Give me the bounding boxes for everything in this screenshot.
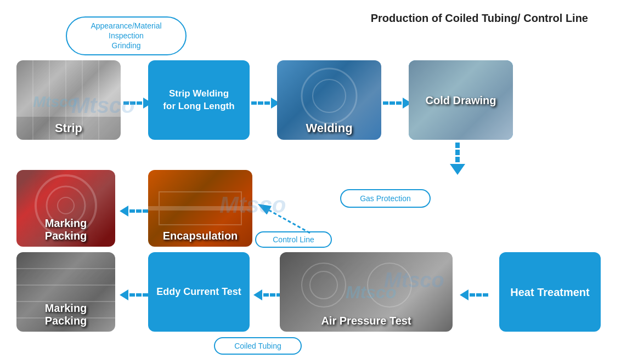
arrow-eddy-to-marking2 xyxy=(120,289,148,300)
svg-point-17 xyxy=(302,263,346,307)
oval-inspection: Appearance/Material Inspection Grinding xyxy=(66,16,187,55)
heat-treatment-box: Heat Treatment xyxy=(499,252,601,332)
page: { "title": "Production of Coiled Tubing/… xyxy=(0,0,621,364)
arrow-air-to-eddy xyxy=(253,289,282,300)
page-title: Production of Coiled Tubing/ Control Lin… xyxy=(371,12,588,25)
svg-point-19 xyxy=(368,263,411,307)
arrow-weld-to-colddraw xyxy=(383,98,411,109)
arrow-heat-to-air xyxy=(460,289,488,300)
eddy-current-box: Eddy Current Test xyxy=(148,252,250,332)
svg-point-6 xyxy=(313,79,346,112)
strip-photo: Strip Mtsco xyxy=(16,60,121,140)
svg-point-8 xyxy=(47,186,85,225)
oval-gas: Gas Protection xyxy=(340,189,431,208)
svg-line-12 xyxy=(261,206,310,233)
arrow-encap-to-marking1 xyxy=(120,206,148,217)
svg-point-7 xyxy=(36,175,96,236)
strip-welding-box: Strip Welding for Long Length xyxy=(148,60,250,140)
marking-packing-1-photo: Marking Packing xyxy=(16,170,115,247)
encapsulation-photo: Encapsulation xyxy=(148,170,252,247)
welding-photo: Welding xyxy=(277,60,381,140)
cold-drawing-box: Cold Drawing xyxy=(409,60,513,140)
svg-point-5 xyxy=(302,69,357,123)
arrow-control-line xyxy=(250,203,315,236)
marking-packing-2-photo: Marking Packing xyxy=(16,252,115,332)
air-pressure-photo: Air Pressure Test Mtsco xyxy=(280,252,453,332)
arrow-colddraw-to-heat xyxy=(450,143,465,175)
svg-point-18 xyxy=(310,271,337,299)
arrow-stripweld-to-weld xyxy=(251,98,280,109)
svg-point-9 xyxy=(58,197,74,214)
oval-coiled-tubing: Coiled Tubing xyxy=(214,337,302,355)
